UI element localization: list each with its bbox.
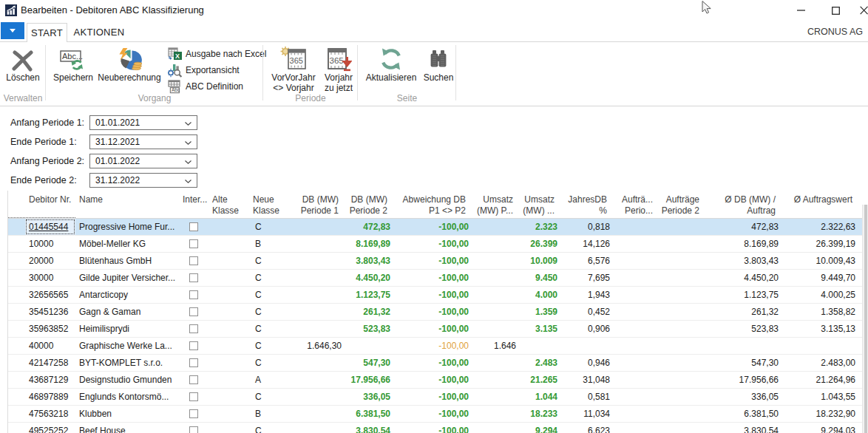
cell-umsatz-periode-2[interactable]: 1.359 (519, 304, 560, 320)
cell-nr[interactable]: 43687129 (25, 372, 75, 388)
cell-intercompany[interactable] (179, 355, 208, 371)
cell-intercompany[interactable] (179, 270, 208, 286)
cell-umsatz-periode-2[interactable]: 21.265 (519, 372, 560, 388)
cell-intercompany[interactable] (179, 253, 208, 269)
cell-neue-klasse[interactable]: B (249, 406, 294, 422)
cell-umsatz-periode-2[interactable]: 2.483 (519, 355, 560, 371)
cell-jahresdb[interactable]: 6,576 (560, 253, 613, 269)
cell-umsatz-periode-1[interactable] (472, 304, 519, 320)
cell-auftraege-periode-1[interactable] (613, 236, 659, 252)
cell-nr[interactable]: 01445544 (25, 219, 75, 235)
cell-alte-klasse[interactable] (208, 236, 249, 252)
intercompany-checkbox[interactable] (189, 341, 198, 350)
cell-neue-klasse[interactable]: C (249, 338, 294, 354)
cell-alte-klasse[interactable] (208, 423, 249, 433)
cell-name[interactable]: Gagn & Gaman (75, 304, 179, 320)
cell-auftraege-periode-1[interactable] (613, 338, 659, 354)
cell-nr[interactable]: 10000 (25, 236, 75, 252)
row-gutter[interactable] (8, 304, 25, 320)
cell-avg-auftragswert[interactable]: 3.135,13 (781, 321, 858, 337)
cell-name[interactable]: Blütenhaus GmbH (75, 253, 179, 269)
cell-intercompany[interactable] (179, 287, 208, 303)
cell-umsatz-periode-1[interactable] (472, 406, 519, 422)
cell-auftraege-periode-1[interactable] (613, 372, 659, 388)
row-gutter[interactable] (8, 270, 25, 286)
cell-auftraege-periode-2[interactable] (659, 219, 705, 235)
ende-periode-1-combobox[interactable]: 31.12.2021 (89, 134, 197, 149)
cell-neue-klasse[interactable]: C (249, 253, 294, 269)
table-row[interactable]: 42147258BYT-KOMPLET s.r.o.C547,30-100,00… (8, 355, 862, 372)
column-header-abw[interactable]: Abweichung DB P1 <> P2 (393, 191, 472, 218)
cell-jahresdb[interactable]: 6,623 (560, 423, 613, 433)
cell-alte-klasse[interactable] (208, 321, 249, 337)
cell-avg-auftragswert[interactable]: 9.294,03 (781, 423, 858, 433)
cell-db-periode-2[interactable]: 261,32 (345, 304, 393, 320)
cell-db-periode-2[interactable]: 336,05 (345, 389, 393, 405)
cell-intercompany[interactable] (179, 406, 208, 422)
row-gutter[interactable] (8, 338, 25, 354)
row-gutter[interactable] (8, 372, 25, 388)
customer-number-link[interactable]: 32656565 (29, 290, 68, 300)
cell-alte-klasse[interactable] (208, 338, 249, 354)
cell-db-periode-1[interactable] (294, 304, 345, 320)
cell-umsatz-periode-2[interactable]: 1.044 (519, 389, 560, 405)
cell-umsatz-periode-1[interactable] (472, 372, 519, 388)
cell-avg-auftragswert[interactable]: 18.232,90 (781, 406, 858, 422)
customer-number-link[interactable]: 10000 (29, 239, 53, 249)
cell-jahresdb[interactable]: 0,452 (560, 304, 613, 320)
maximize-button[interactable] (824, 0, 847, 21)
cell-auftraege-periode-1[interactable] (613, 321, 659, 337)
cell-jahresdb[interactable]: 1,943 (560, 287, 613, 303)
cell-avg-db-auftrag[interactable]: 336,05 (705, 389, 781, 405)
cell-name[interactable]: Antarcticopy (75, 287, 179, 303)
abc-definition-button[interactable]: Abc ABC Definition (168, 78, 243, 95)
cell-avg-auftragswert[interactable]: 1.358,82 (781, 304, 858, 320)
cell-alte-klasse[interactable] (208, 372, 249, 388)
intercompany-checkbox[interactable] (189, 409, 198, 418)
cell-auftraege-periode-1[interactable] (613, 287, 659, 303)
cell-avg-db-auftrag[interactable]: 472,83 (705, 219, 781, 235)
customer-number-link[interactable]: 47563218 (29, 409, 68, 419)
cell-auftraege-periode-2[interactable] (659, 355, 705, 371)
cell-name[interactable]: Möbel-Meller KG (75, 236, 179, 252)
intercompany-checkbox[interactable] (189, 358, 198, 367)
cell-avg-db-auftrag[interactable]: 6.381,50 (705, 406, 781, 422)
cell-avg-db-auftrag[interactable]: 3.803,43 (705, 253, 781, 269)
table-row[interactable]: 43687129Designstudio GmundenA17.956,66-1… (8, 372, 862, 389)
cell-jahresdb[interactable]: 0,946 (560, 355, 613, 371)
cell-auftraege-periode-2[interactable] (659, 406, 705, 422)
customer-number-link[interactable]: 01445544 (29, 222, 68, 232)
cell-avg-db-auftrag[interactable] (705, 338, 781, 354)
cell-auftraege-periode-1[interactable] (613, 355, 659, 371)
cell-avg-db-auftrag[interactable]: 547,30 (705, 355, 781, 371)
row-gutter[interactable] (8, 219, 25, 235)
cell-abweichung[interactable]: -100,00 (393, 389, 472, 405)
cell-umsatz-periode-2[interactable]: 9.450 (519, 270, 560, 286)
cell-db-periode-1[interactable] (294, 355, 345, 371)
cell-alte-klasse[interactable] (208, 355, 249, 371)
customer-number-link[interactable]: 42147258 (29, 358, 68, 368)
application-menu-button[interactable] (1, 22, 24, 39)
cell-auftraege-periode-2[interactable] (659, 287, 705, 303)
cell-jahresdb[interactable]: 7,695 (560, 270, 613, 286)
cell-intercompany[interactable] (179, 338, 208, 354)
cell-umsatz-periode-2[interactable]: 10.009 (519, 253, 560, 269)
table-row[interactable]: 30000Gilde Jupiter Versicher...C4.450,20… (8, 270, 862, 287)
cell-db-periode-1[interactable] (294, 372, 345, 388)
cell-db-periode-1[interactable] (294, 423, 345, 433)
cell-abweichung[interactable]: -100,00 (393, 287, 472, 303)
cell-umsatz-periode-1[interactable] (472, 355, 519, 371)
intercompany-checkbox[interactable] (189, 307, 198, 316)
cell-avg-auftragswert[interactable] (781, 338, 858, 354)
cell-umsatz-periode-2[interactable] (519, 338, 560, 354)
cell-avg-auftragswert[interactable]: 4.000,25 (781, 287, 858, 303)
cell-db-periode-2[interactable]: 17.956,66 (345, 372, 393, 388)
cell-avg-db-auftrag[interactable]: 4.450,20 (705, 270, 781, 286)
column-header-inter[interactable]: Inter... (179, 191, 208, 218)
cell-abweichung[interactable]: -100,00 (393, 321, 472, 337)
cell-nr[interactable]: 20000 (25, 253, 75, 269)
cell-avg-auftragswert[interactable]: 2.483,00 (781, 355, 858, 371)
cell-umsatz-periode-2[interactable]: 3.135 (519, 321, 560, 337)
delete-button[interactable]: Löschen (1, 44, 44, 83)
cell-db-periode-2[interactable]: 523,83 (345, 321, 393, 337)
